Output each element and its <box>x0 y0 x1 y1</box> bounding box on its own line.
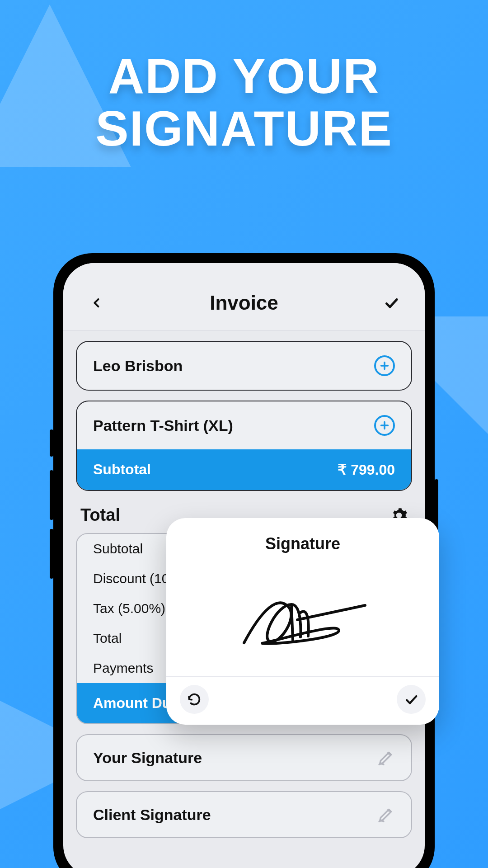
page-title: Invoice <box>210 292 278 314</box>
client-signature-label: Client Signature <box>93 806 211 824</box>
signature-canvas[interactable] <box>166 567 439 674</box>
add-client-button[interactable] <box>374 355 395 376</box>
signature-panel: Signature <box>166 518 439 725</box>
pencil-icon <box>377 806 395 824</box>
signature-confirm-button[interactable] <box>397 685 426 714</box>
topbar: Invoice <box>63 263 425 331</box>
your-signature-row[interactable]: Your Signature <box>76 734 412 781</box>
phone-side-button <box>50 529 53 579</box>
client-card[interactable]: Leo Brisbon <box>76 341 412 391</box>
subtotal-bar: Subtotal ₹ 799.00 <box>77 449 411 490</box>
headline-line-1: ADD YOUR <box>0 50 488 102</box>
total-heading: Total <box>80 505 120 525</box>
marketing-headline: ADD YOUR SIGNATURE <box>0 50 488 154</box>
subtotal-label: Subtotal <box>93 461 151 478</box>
add-item-button[interactable] <box>374 415 395 436</box>
item-card[interactable]: Pattern T-Shirt (XL) Subtotal ₹ 799.00 <box>76 401 412 491</box>
your-signature-label: Your Signature <box>93 749 202 767</box>
signature-panel-title: Signature <box>166 518 439 567</box>
signature-reset-button[interactable] <box>180 685 209 714</box>
client-signature-row[interactable]: Client Signature <box>76 791 412 838</box>
pencil-icon <box>377 749 395 767</box>
confirm-button[interactable] <box>383 295 399 311</box>
item-name: Pattern T-Shirt (XL) <box>93 417 233 434</box>
client-name: Leo Brisbon <box>93 357 183 375</box>
phone-side-button <box>50 470 53 520</box>
headline-line-2: SIGNATURE <box>0 102 488 155</box>
back-button[interactable] <box>89 295 105 311</box>
subtotal-value: ₹ 799.00 <box>338 461 395 478</box>
phone-side-button <box>50 429 53 457</box>
